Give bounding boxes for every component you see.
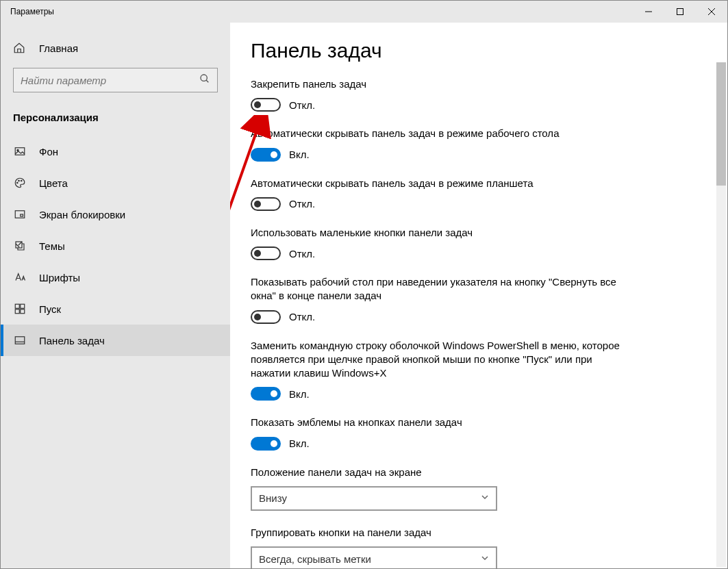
setting-item: Показывать рабочий стол при наведении ук… <box>251 275 634 324</box>
sidebar-item-label: Цвета <box>39 177 68 189</box>
setting-item: Использовать маленькие кнопки панели зад… <box>251 226 634 260</box>
picture-icon <box>13 145 27 157</box>
chevron-down-icon <box>481 493 489 503</box>
start-icon <box>13 303 27 315</box>
setting-item: Автоматически скрывать панель задач в ре… <box>251 177 634 211</box>
settings-window: Параметры Главная <box>0 0 728 569</box>
lockscreen-icon <box>13 208 27 220</box>
taskbar-icon <box>13 334 27 346</box>
close-button[interactable] <box>696 1 727 23</box>
window-title: Параметры <box>1 7 633 16</box>
dropdown[interactable]: Всегда, скрывать метки <box>251 546 497 568</box>
toggle-state-label: Откл. <box>289 99 315 111</box>
setting-label: Заменить командную строку оболочкой Wind… <box>251 339 634 381</box>
sidebar-item-label: Пуск <box>39 303 61 315</box>
body: Главная Персонализация Фон Цвета <box>1 23 727 568</box>
svg-rect-18 <box>15 337 25 344</box>
toggle-switch[interactable] <box>251 98 281 112</box>
toggle-state-label: Откл. <box>289 198 315 210</box>
minimize-button[interactable] <box>633 1 664 23</box>
setting-label: Автоматически скрывать панель задач в ре… <box>251 177 634 190</box>
search-box[interactable] <box>13 68 218 92</box>
toggle-switch[interactable] <box>251 148 281 162</box>
svg-point-8 <box>17 182 18 184</box>
section-header: Персонализация <box>1 106 230 129</box>
sidebar-item-background[interactable]: Фон <box>1 136 230 167</box>
titlebar: Параметры <box>1 1 727 23</box>
sidebar-item-label: Фон <box>39 146 58 157</box>
svg-rect-14 <box>15 304 19 308</box>
search-icon <box>199 73 210 87</box>
svg-rect-17 <box>21 309 25 314</box>
toggle-state-label: Вкл. <box>289 438 310 449</box>
themes-icon <box>13 240 27 252</box>
svg-rect-1 <box>677 9 683 15</box>
sidebar-item-themes[interactable]: Темы <box>1 230 230 262</box>
toggle-switch[interactable] <box>251 437 281 451</box>
setting-label: Закрепить панель задач <box>251 77 634 91</box>
sidebar-item-colors[interactable]: Цвета <box>1 167 230 199</box>
svg-rect-12 <box>21 214 23 216</box>
toggle-state-label: Вкл. <box>289 388 310 400</box>
svg-point-9 <box>18 180 20 181</box>
dropdown[interactable]: Внизу <box>251 486 497 511</box>
setting-label: Использовать маленькие кнопки панели зад… <box>251 226 634 240</box>
svg-line-5 <box>206 80 208 82</box>
toggle-switch[interactable] <box>251 246 281 260</box>
toggle-switch[interactable] <box>251 310 281 324</box>
setting-item: Заменить командную строку оболочкой Wind… <box>251 339 634 401</box>
setting-label: Положение панели задач на экране <box>251 466 634 479</box>
toggle-state-label: Вкл. <box>289 149 310 160</box>
sidebar-item-start[interactable]: Пуск <box>1 293 230 325</box>
toggle-state-label: Откл. <box>289 311 315 323</box>
setting-item: Автоматически скрывать панель задач в ре… <box>251 127 634 161</box>
scrollbar-thumb[interactable] <box>716 62 726 186</box>
setting-item: Показать эмблемы на кнопках панели задач… <box>251 416 634 450</box>
window-controls <box>633 1 727 23</box>
toggle-state-label: Откл. <box>289 248 315 260</box>
home-icon <box>13 42 27 54</box>
sidebar-item-label: Панель задач <box>39 335 105 346</box>
sidebar-item-taskbar[interactable]: Панель задач <box>1 325 230 356</box>
sidebar-item-label: Шрифты <box>39 272 80 283</box>
sidebar-item-lockscreen[interactable]: Экран блокировки <box>1 199 230 230</box>
dropdown-setting: Положение панели задач на экранеВнизу <box>251 466 634 511</box>
dropdown-value: Всегда, скрывать метки <box>259 553 371 565</box>
sidebar-item-fonts[interactable]: Шрифты <box>1 262 230 293</box>
chevron-down-icon <box>481 554 489 564</box>
dropdown-setting: Группировать кнопки на панели задачВсегд… <box>251 526 634 568</box>
sidebar-item-label: Экран блокировки <box>39 209 125 220</box>
toggle-switch[interactable] <box>251 197 281 211</box>
sidebar: Главная Персонализация Фон Цвета <box>1 23 230 568</box>
setting-item: Закрепить панель задачОткл. <box>251 77 634 112</box>
fonts-icon <box>13 271 27 283</box>
page-title: Панель задач <box>251 39 707 62</box>
toggle-switch[interactable] <box>251 387 281 401</box>
palette-icon <box>13 177 27 189</box>
setting-label: Показать эмблемы на кнопках панели задач <box>251 416 634 429</box>
setting-label: Автоматически скрывать панель задач в ре… <box>251 127 634 140</box>
sidebar-item-label: Темы <box>39 240 65 252</box>
svg-rect-16 <box>15 309 19 314</box>
svg-point-4 <box>201 75 207 81</box>
home-button[interactable]: Главная <box>1 36 230 60</box>
content-area: Панель задач Закрепить панель задачОткл.… <box>230 23 727 568</box>
home-label: Главная <box>39 42 78 54</box>
setting-label: Показывать рабочий стол при наведении ук… <box>251 275 634 303</box>
search-input[interactable] <box>21 75 192 86</box>
maximize-button[interactable] <box>664 1 696 23</box>
dropdown-value: Внизу <box>259 492 287 504</box>
svg-rect-6 <box>15 148 25 155</box>
svg-rect-15 <box>21 304 25 308</box>
setting-label: Группировать кнопки на панели задач <box>251 526 634 540</box>
svg-point-10 <box>21 180 23 181</box>
